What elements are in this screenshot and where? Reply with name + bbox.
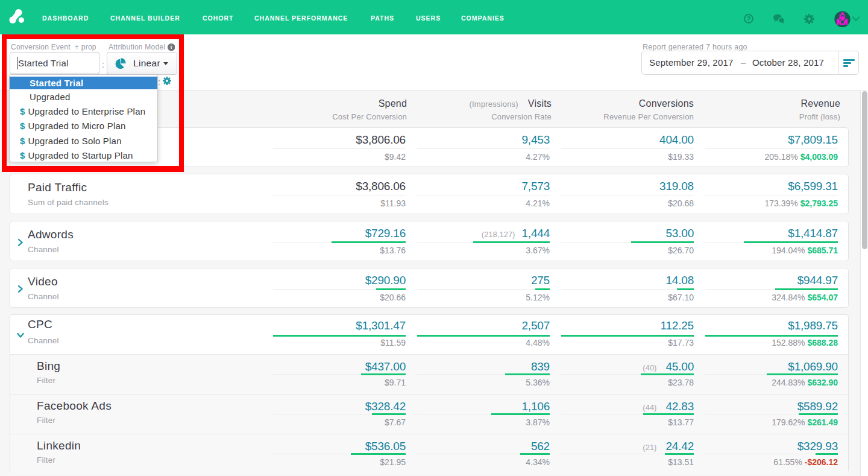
svg-text:?: ? bbox=[747, 15, 751, 22]
